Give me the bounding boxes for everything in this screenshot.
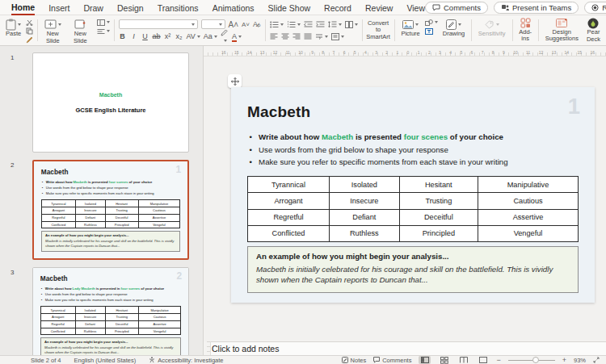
align-right-button[interactable]: [292, 33, 301, 40]
tab-record[interactable]: Record: [324, 1, 351, 15]
word-cell[interactable]: Insecure: [330, 193, 400, 209]
thumbnail-slide-1-preview[interactable]: Macbeth GCSE English Literature: [32, 52, 189, 153]
word-grid-table[interactable]: TyrannicalIsolatedHesitantManipulativeAr…: [247, 176, 579, 242]
picture-button[interactable]: Picture: [398, 17, 422, 39]
thumbnail-slide-1[interactable]: 1 Macbeth GCSE English Literature: [0, 52, 203, 153]
section-button[interactable]: [97, 27, 110, 35]
justify-button[interactable]: [304, 33, 312, 40]
text-direction-button[interactable]: [315, 33, 328, 40]
word-cell[interactable]: Tyrannical: [40, 307, 75, 314]
drawing-button[interactable]: Drawing: [440, 17, 468, 39]
word-cell[interactable]: Trusting: [399, 193, 478, 209]
tab-transitions[interactable]: Transitions: [158, 1, 199, 15]
word-cell[interactable]: Assertive: [138, 214, 180, 221]
character-spacing-button[interactable]: AV: [187, 32, 200, 40]
thumbnail-slide-2-preview[interactable]: 1 Macbeth •Write about how Macbeth is pr…: [34, 161, 187, 258]
new-slide-copilot-button[interactable]: New Slide with Copilot: [66, 17, 95, 46]
increase-font-size-button[interactable]: A˄: [229, 20, 239, 29]
decrease-font-size-button[interactable]: A˅: [242, 21, 250, 28]
word-cell[interactable]: Cautious: [138, 207, 180, 215]
tab-review[interactable]: Review: [365, 1, 393, 15]
tab-view[interactable]: View: [406, 1, 425, 15]
horizontal-ruler[interactable]: 1615141312111098765432101234567891011121…: [204, 46, 606, 56]
font-size-select[interactable]: [201, 19, 225, 29]
word-cell[interactable]: Assertive: [478, 209, 579, 225]
thumbnail-slide-3[interactable]: 3 2 Macbeth •Write about how Lady Macbet…: [0, 267, 203, 355]
word-cell[interactable]: Ruthless: [75, 328, 105, 335]
slide-editing-canvas[interactable]: 1 Macbeth •Write about how Macbeth is pr…: [204, 56, 606, 341]
word-cell[interactable]: Trusting: [105, 207, 138, 215]
word-cell[interactable]: Vengeful: [138, 221, 180, 228]
align-center-button[interactable]: [281, 33, 289, 40]
word-cell[interactable]: Defiant: [330, 209, 400, 225]
word-cell[interactable]: Deceitful: [105, 214, 138, 221]
clear-formatting-button[interactable]: A̷ₚ: [253, 20, 261, 28]
tab-design[interactable]: Design: [117, 1, 144, 15]
font-color-button[interactable]: A: [232, 32, 242, 40]
align-text-button[interactable]: [331, 33, 344, 40]
font-name-select[interactable]: [119, 19, 198, 29]
align-left-button[interactable]: [270, 33, 278, 40]
word-cell[interactable]: Conflicted: [40, 328, 75, 335]
present-in-teams-button[interactable]: Present in Teams: [494, 2, 579, 14]
fit-slide-button[interactable]: [593, 357, 600, 363]
reading-view-button[interactable]: [457, 356, 469, 364]
word-cell[interactable]: Regretful: [40, 320, 75, 328]
slide-count-indicator[interactable]: Slide 2 of 4: [31, 357, 61, 364]
tab-animations[interactable]: Animations: [213, 1, 255, 15]
word-cell[interactable]: Cautious: [478, 193, 579, 209]
word-cell[interactable]: Vengeful: [138, 328, 180, 335]
word-cell[interactable]: Manipulative: [138, 200, 180, 207]
strikethrough-button[interactable]: ab: [153, 32, 161, 40]
new-slide-button[interactable]: New Slide: [42, 17, 64, 45]
word-cell[interactable]: Principled: [105, 328, 138, 335]
slideshow-view-button[interactable]: [477, 356, 489, 364]
columns-button[interactable]: [345, 21, 358, 28]
bullets-button[interactable]: [270, 21, 284, 28]
zoom-slider-thumb[interactable]: [532, 357, 539, 363]
zoom-slider[interactable]: [508, 360, 555, 361]
word-cell[interactable]: Isolated: [75, 307, 105, 314]
pear-deck-button[interactable]: Pear Deck: [584, 17, 603, 44]
comments-button[interactable]: Comments: [425, 2, 488, 14]
word-cell[interactable]: Insecure: [75, 314, 105, 321]
move-handle-button[interactable]: [228, 74, 242, 88]
zoom-out-button[interactable]: −: [496, 356, 500, 364]
current-slide[interactable]: 1 Macbeth •Write about how Macbeth is pr…: [231, 87, 595, 303]
word-cell[interactable]: Vengeful: [478, 225, 579, 241]
word-cell[interactable]: Regretful: [248, 209, 330, 225]
thumbnail-slide-3-preview[interactable]: 2 Macbeth •Write about how Lady Macbeth …: [33, 268, 188, 355]
word-cell[interactable]: Assertive: [138, 320, 180, 328]
slide-title[interactable]: Macbeth: [247, 103, 579, 121]
word-cell[interactable]: Isolated: [330, 177, 400, 193]
word-cell[interactable]: Arrogant: [248, 193, 330, 209]
word-cell[interactable]: Manipulative: [138, 307, 180, 314]
word-cell[interactable]: Hesitant: [399, 177, 478, 193]
word-cell[interactable]: Hesitant: [105, 200, 138, 207]
shapes-button[interactable]: [425, 19, 438, 26]
word-cell[interactable]: Cautious: [138, 314, 180, 321]
format-painter-button[interactable]: [26, 36, 33, 44]
increase-indent-button[interactable]: [316, 21, 325, 28]
accessibility-indicator[interactable]: Accessibility: Investigate: [149, 357, 223, 364]
word-cell[interactable]: Ruthless: [76, 221, 106, 228]
word-cell[interactable]: Tyrannical: [248, 177, 330, 193]
notes-pane[interactable]: Click to add notes: [204, 341, 606, 355]
word-cell[interactable]: Ruthless: [330, 225, 400, 241]
decrease-indent-button[interactable]: [304, 21, 313, 28]
tab-draw[interactable]: Draw: [83, 1, 103, 15]
word-cell[interactable]: Manipulative: [478, 177, 579, 193]
tab-home[interactable]: Home: [11, 0, 35, 15]
layout-button[interactable]: [97, 19, 110, 26]
tab-insert[interactable]: Insert: [48, 1, 69, 15]
word-cell[interactable]: Defiant: [75, 320, 105, 328]
design-suggestions-button[interactable]: Design Suggestions: [543, 17, 581, 44]
slide-sorter-view-button[interactable]: [438, 356, 450, 364]
text-highlight-button[interactable]: [221, 29, 229, 44]
record-button[interactable]: Record: [584, 2, 606, 14]
numbering-button[interactable]: [287, 21, 301, 28]
word-cell[interactable]: Conflicted: [248, 225, 330, 241]
word-cell[interactable]: Hesitant: [105, 307, 138, 314]
subscript-button[interactable]: x₂: [175, 32, 183, 40]
word-cell[interactable]: Conflicted: [41, 221, 75, 228]
